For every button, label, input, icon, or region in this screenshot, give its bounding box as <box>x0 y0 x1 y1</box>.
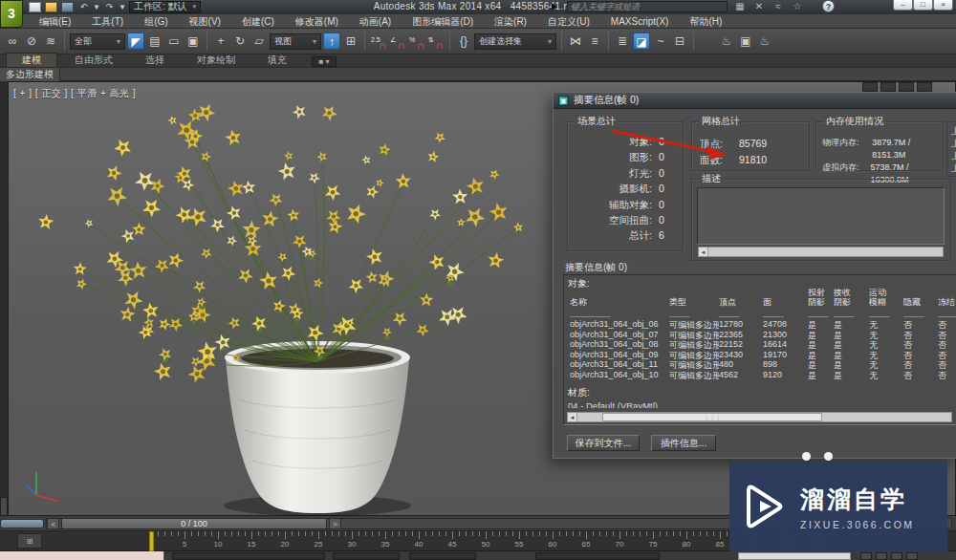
material-editor-icon[interactable] <box>699 32 716 50</box>
selection-filter-dropdown[interactable]: 全部▾ <box>70 33 125 50</box>
minimize-button[interactable]: – <box>893 0 913 11</box>
select-and-move-icon[interactable]: + <box>212 32 229 50</box>
window-controls: – □ × <box>893 0 953 11</box>
polygon-modeling-panel-tab[interactable]: 多边形建模 <box>0 68 60 81</box>
search-input[interactable] <box>567 1 728 12</box>
playback-icon[interactable] <box>876 552 887 560</box>
list-hscrollbar[interactable]: ◂ ⋮⋮⋮ <box>567 412 952 422</box>
ribbon-tab[interactable]: 填充 <box>252 54 302 67</box>
ribbon-tab[interactable]: 选择 <box>130 54 180 67</box>
render-production-icon[interactable]: ♨ <box>756 32 773 50</box>
edit-named-selection-sets-icon[interactable]: {} <box>455 32 472 50</box>
select-and-link-icon[interactable]: ∞ <box>4 32 21 50</box>
status-field <box>409 552 476 560</box>
description-scrollbar[interactable]: ◂ <box>698 247 944 257</box>
select-and-manipulate-icon[interactable]: ⊞ <box>342 32 359 50</box>
listener-scrollbar-thumb[interactable] <box>0 519 44 528</box>
mirror-icon[interactable]: ⋈ <box>567 32 584 50</box>
unlink-selection-icon[interactable]: ⊘ <box>23 32 40 50</box>
scroll-left-icon[interactable]: ◂ <box>568 413 577 421</box>
previous-frame-button[interactable]: < <box>47 518 59 529</box>
stat-row: 灯光:0 <box>572 165 681 181</box>
plugin-info-button[interactable]: 插件信息... <box>651 435 716 451</box>
mini-tool-icon[interactable] <box>899 82 914 92</box>
rendered-frame-window-icon[interactable]: ▣ <box>737 32 754 50</box>
communication-icon[interactable]: ≈ <box>772 1 784 11</box>
coordinate-field[interactable] <box>738 552 851 560</box>
menu-item-9[interactable]: 渲染(R) <box>484 14 537 29</box>
flower-pot-object[interactable] <box>10 84 564 516</box>
curve-editor-icon[interactable]: ~ <box>652 32 669 50</box>
use-pivot-center-icon[interactable]: ↑ <box>323 32 340 50</box>
ribbon-tab[interactable]: 对象绘制 <box>182 54 250 67</box>
select-and-rotate-icon[interactable]: ↻ <box>231 32 249 50</box>
reference-coordinate-dropdown[interactable]: 视图▾ <box>270 33 321 50</box>
ribbon-tab[interactable]: 自由形式 <box>59 54 128 67</box>
help-button[interactable]: ? <box>822 0 835 12</box>
workspace-dropdown[interactable]: 工作区: 默认 ▾ <box>129 1 201 13</box>
menu-item-5[interactable]: 创建(C) <box>231 14 285 29</box>
next-frame-button[interactable]: > <box>329 518 341 529</box>
menu-item-10[interactable]: 自定义(U) <box>537 14 600 29</box>
undo-icon[interactable]: ↶ <box>77 2 90 12</box>
maximize-button[interactable]: □ <box>913 0 933 11</box>
ribbon-tab[interactable]: 建模 <box>6 53 57 67</box>
menu-item-11[interactable]: MAXScript(X) <box>600 14 680 29</box>
menu-item-1[interactable]: 编辑(E) <box>29 14 81 29</box>
new-file-icon[interactable] <box>29 2 41 12</box>
application-menu-button[interactable]: 3 <box>0 0 23 28</box>
open-file-icon[interactable] <box>45 2 57 12</box>
mini-tool-icon[interactable] <box>862 82 878 92</box>
mini-tool-icon[interactable] <box>917 82 932 92</box>
current-frame-marker[interactable] <box>149 531 154 551</box>
description-textarea[interactable] <box>697 187 945 245</box>
redo-icon[interactable]: ↷ <box>103 2 116 12</box>
window-crossing-icon[interactable]: ▣ <box>185 32 202 50</box>
summary-list[interactable]: 对象: 名称类型顶点面投射 阴影接收 阴影运动 模糊隐藏冻结 ---------… <box>563 274 956 425</box>
spinner-snap-icon[interactable]: ⇅∩ <box>427 32 445 50</box>
manage-layers-icon[interactable]: ≣ <box>614 32 631 50</box>
favorites-star-icon[interactable]: ☆ <box>792 1 803 11</box>
snap-toggle-25-icon[interactable]: 2.5∩ <box>370 32 387 50</box>
rectangular-selection-region-icon[interactable]: ▭ <box>165 32 183 50</box>
menu-item-12[interactable]: 帮助(H) <box>679 14 732 29</box>
align-icon[interactable]: ≡ <box>586 32 603 50</box>
playback-icon[interactable] <box>906 552 918 560</box>
menu-item-6[interactable]: 修改器(M) <box>285 14 349 29</box>
angle-snap-icon[interactable]: ∠∩ <box>389 32 406 50</box>
menu-item-7[interactable]: 动画(A) <box>349 14 402 29</box>
viewport-label[interactable]: [ + ] [ 正交 ] [ 平滑 + 高光 ] <box>13 87 136 100</box>
redo-dropdown-icon[interactable]: ▾ <box>120 2 125 12</box>
scrollbar-thumb[interactable]: ⋮⋮⋮ <box>602 413 822 421</box>
dialog-title-bar[interactable]: ▣ 摘要信息(帧 0) <box>554 93 956 109</box>
exchange-icon[interactable]: ✕ <box>753 1 765 11</box>
undo-dropdown-icon[interactable]: ▾ <box>94 2 99 12</box>
menu-item-3[interactable]: 组(G) <box>134 14 178 29</box>
title-bar[interactable]: ↶ ▾ ↷ ▾ 工作区: 默认 ▾ Autodesk 3ds Max 2014 … <box>0 0 956 14</box>
bind-to-spacewarp-icon[interactable]: ≋ <box>42 32 59 50</box>
close-button[interactable]: × <box>933 0 953 11</box>
menu-item-4[interactable]: 视图(V) <box>179 14 231 29</box>
menu-item-2[interactable]: 工具(T) <box>81 14 134 29</box>
panel-expand-handle[interactable] <box>0 497 8 516</box>
maxscript-mini-listener[interactable] <box>0 551 164 560</box>
mini-tool-icon[interactable] <box>880 82 896 92</box>
apps-grid-icon[interactable]: ▦ <box>734 1 746 11</box>
ribbon-overflow-button[interactable]: ■ ▾ <box>312 56 337 67</box>
save-to-file-button[interactable]: 保存到文件... <box>567 435 640 451</box>
playback-icon[interactable] <box>860 552 872 560</box>
save-file-icon[interactable] <box>61 2 74 12</box>
schematic-view-icon[interactable]: ⊟ <box>671 32 688 50</box>
scroll-left-icon[interactable]: ◂ <box>699 248 708 256</box>
time-slider-thumb[interactable]: 0 / 100 <box>61 518 327 529</box>
menu-item-8[interactable]: 图形编辑器(D) <box>402 14 484 29</box>
select-object-icon[interactable]: ◤ <box>127 32 144 50</box>
flag-icon <box>552 3 556 11</box>
playback-icon[interactable] <box>891 552 902 560</box>
graphite-ribbon-toggle-icon[interactable]: ◪ <box>633 32 650 50</box>
percent-snap-icon[interactable]: %∩ <box>408 32 425 50</box>
named-selection-set-dropdown[interactable]: 创建选择集▾ <box>474 33 556 50</box>
select-and-scale-icon[interactable]: ▱ <box>250 32 268 50</box>
render-setup-icon[interactable]: ♨ <box>718 32 735 50</box>
select-by-name-icon[interactable]: ▤ <box>146 32 163 50</box>
